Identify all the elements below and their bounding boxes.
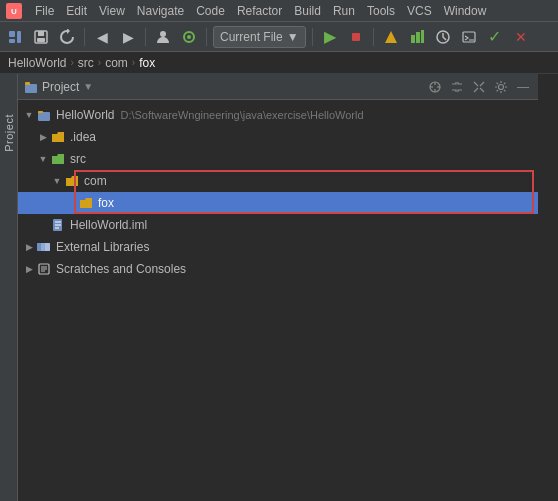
- settings-btn[interactable]: [492, 78, 510, 96]
- com-package-icon: [64, 173, 80, 189]
- svg-point-8: [160, 31, 166, 37]
- breadcrumb: HelloWorld › src › com › fox: [0, 52, 558, 74]
- toolbar-separator-1: [84, 28, 85, 46]
- tree-item-scratches[interactable]: ▶ Scratches and Consoles: [18, 258, 538, 280]
- tree-item-iml[interactable]: HelloWorld.iml: [18, 214, 538, 236]
- svg-rect-6: [38, 31, 44, 36]
- menu-vcs[interactable]: VCS: [402, 3, 437, 19]
- project-view-btn[interactable]: [4, 26, 26, 48]
- breadcrumb-sep-2: ›: [98, 57, 101, 68]
- profiler-btn[interactable]: [432, 26, 454, 48]
- title-bar: U File Edit View Navigate Code Refactor …: [0, 0, 558, 22]
- terminal-icon-btn[interactable]: [458, 26, 480, 48]
- idea-folder-icon: [50, 129, 66, 145]
- svg-rect-14: [421, 30, 424, 43]
- svg-text:U: U: [11, 7, 17, 16]
- user-btn[interactable]: [152, 26, 174, 48]
- app-logo: U: [6, 3, 22, 19]
- panel-dropdown-icon[interactable]: ▼: [83, 81, 93, 92]
- helloworld-path: D:\SoftwareWngineering\java\exercise\Hel…: [120, 109, 363, 121]
- breadcrumb-sep-1: ›: [70, 57, 73, 68]
- back-btn[interactable]: ◀: [91, 26, 113, 48]
- menu-edit[interactable]: Edit: [61, 3, 92, 19]
- svg-rect-3: [9, 39, 15, 43]
- menu-code[interactable]: Code: [191, 3, 230, 19]
- arrow-ext: ▶: [22, 242, 36, 252]
- arrow-scratches: ▶: [22, 264, 36, 274]
- refresh-btn[interactable]: [56, 26, 78, 48]
- panel-title-label: Project: [42, 80, 79, 94]
- close-panel-btn[interactable]: —: [514, 78, 532, 96]
- svg-point-10: [187, 35, 191, 39]
- panel-title-group: Project ▼: [24, 80, 93, 94]
- tree-item-com[interactable]: ▼ com: [18, 170, 538, 192]
- toolbar-separator-2: [145, 28, 146, 46]
- tree-item-ext-lib[interactable]: ▶ External Libraries: [18, 236, 538, 258]
- project-tab-label[interactable]: Project: [3, 114, 15, 152]
- breadcrumb-src[interactable]: src: [78, 56, 94, 70]
- svg-rect-4: [17, 31, 21, 43]
- project-tree: ▼ HelloWorld D:\SoftwareWngineering\java…: [18, 100, 538, 501]
- highlight-region: ▼ com fox: [18, 170, 538, 214]
- panel-actions: —: [426, 78, 532, 96]
- collapse-btn[interactable]: [470, 78, 488, 96]
- svg-rect-25: [38, 112, 50, 121]
- toolbar: ◀ ▶ Current File ▼ ▶ ✓ ✕: [0, 22, 558, 52]
- svg-rect-12: [411, 35, 415, 43]
- scratches-label: Scratches and Consoles: [56, 262, 186, 276]
- main-area: Project Project ▼: [0, 74, 558, 501]
- fox-label: fox: [98, 196, 114, 210]
- menu-file[interactable]: File: [30, 3, 59, 19]
- ext-lib-icon: [36, 239, 52, 255]
- breadcrumb-fox: fox: [139, 56, 155, 70]
- breadcrumb-helloworld[interactable]: HelloWorld: [8, 56, 66, 70]
- error-btn[interactable]: ✕: [510, 26, 532, 48]
- src-folder-icon: [50, 151, 66, 167]
- build-btn[interactable]: [380, 26, 402, 48]
- tree-item-src[interactable]: ▼ src: [18, 148, 538, 170]
- stop-btn[interactable]: [345, 26, 367, 48]
- panel-header: Project ▼ —: [18, 74, 538, 100]
- iml-label: HelloWorld.iml: [70, 218, 147, 232]
- svg-rect-26: [38, 111, 43, 113]
- arrow-helloworld: ▼: [22, 110, 36, 120]
- tree-item-helloworld[interactable]: ▼ HelloWorld D:\SoftwareWngineering\java…: [18, 104, 538, 126]
- menu-build[interactable]: Build: [289, 3, 326, 19]
- breadcrumb-com[interactable]: com: [105, 56, 128, 70]
- svg-rect-2: [9, 31, 15, 37]
- expand-btn[interactable]: [448, 78, 466, 96]
- scope-btn[interactable]: [178, 26, 200, 48]
- iml-file-icon: [50, 217, 66, 233]
- helloworld-label: HelloWorld: [56, 108, 114, 122]
- svg-rect-18: [25, 82, 30, 85]
- side-panel-tab[interactable]: Project: [0, 74, 18, 501]
- svg-point-24: [499, 84, 504, 89]
- menu-navigate[interactable]: Navigate: [132, 3, 189, 19]
- current-file-selector[interactable]: Current File ▼: [213, 26, 306, 48]
- tree-item-idea[interactable]: ▶ .idea: [18, 126, 538, 148]
- menu-tools[interactable]: Tools: [362, 3, 400, 19]
- arrow-idea: ▶: [36, 132, 50, 142]
- dropdown-icon: ▼: [287, 30, 299, 44]
- toolbar-separator-5: [373, 28, 374, 46]
- src-label: src: [70, 152, 86, 166]
- menu-window[interactable]: Window: [439, 3, 492, 19]
- tree-item-fox[interactable]: fox: [18, 192, 538, 214]
- menu-view[interactable]: View: [94, 3, 130, 19]
- svg-rect-17: [25, 84, 37, 93]
- menu-refactor[interactable]: Refactor: [232, 3, 287, 19]
- menu-run[interactable]: Run: [328, 3, 360, 19]
- current-file-label: Current File: [220, 30, 283, 44]
- save-btn[interactable]: [30, 26, 52, 48]
- svg-rect-11: [352, 33, 360, 41]
- locate-btn[interactable]: [426, 78, 444, 96]
- cancel-btn[interactable]: ✓: [484, 26, 506, 48]
- idea-label: .idea: [70, 130, 96, 144]
- com-label: com: [84, 174, 107, 188]
- fox-package-icon: [78, 195, 94, 211]
- svg-rect-13: [416, 32, 420, 43]
- forward-btn[interactable]: ▶: [117, 26, 139, 48]
- run-btn[interactable]: ▶: [319, 26, 341, 48]
- coverage-btn[interactable]: [406, 26, 428, 48]
- breadcrumb-sep-3: ›: [132, 57, 135, 68]
